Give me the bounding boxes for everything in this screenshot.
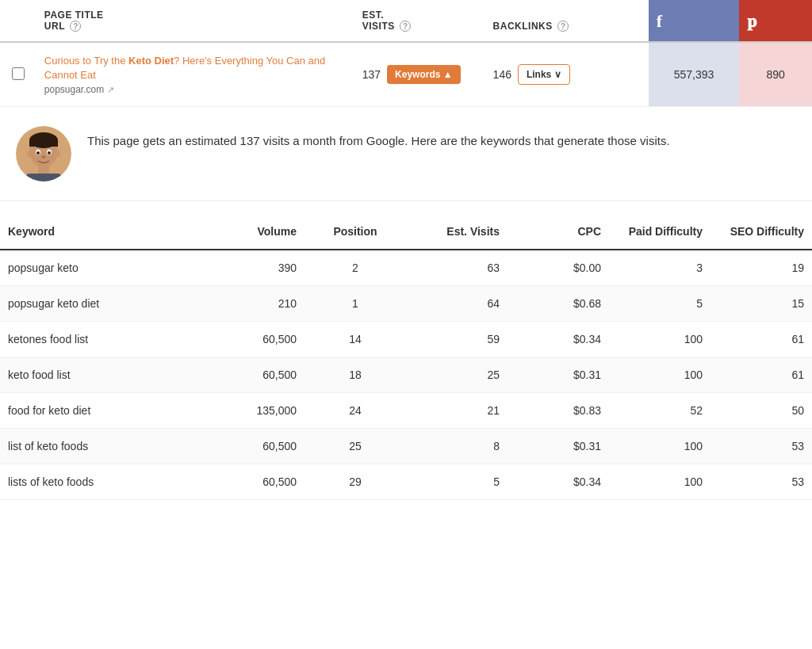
paid-difficulty-col-header: Paid Difficulty	[609, 217, 710, 250]
keyword-col-header: Keyword	[0, 217, 203, 250]
svg-point-6	[36, 151, 40, 155]
pinterest-icon: 𝐩	[747, 11, 756, 31]
keyword-row: popsugar keto diet210164$0.68515	[0, 286, 812, 322]
seo-difficulty-cell: 15	[710, 286, 812, 322]
est-visits-cell: 8	[406, 429, 508, 464]
position-col-header: Position	[304, 217, 406, 250]
position-cell: 29	[304, 464, 406, 500]
cpc-cell: $0.83	[508, 393, 609, 429]
visits-cell: 137 Keywords ▲	[354, 42, 485, 107]
position-cell: 1	[304, 286, 406, 322]
seo-difficulty-cell: 53	[710, 464, 812, 500]
page-title-link[interactable]: Curious to Try the Keto Diet? Here's Eve…	[44, 55, 325, 81]
seo-difficulty-cell: 61	[710, 357, 812, 393]
visits-help-icon[interactable]: ?	[400, 21, 411, 32]
cpc-cell: $0.31	[508, 357, 609, 393]
volume-cell: 60,500	[203, 429, 304, 464]
svg-rect-12	[25, 174, 62, 181]
volume-col-header: Volume	[203, 217, 304, 250]
page-title-header: PAGE TITLE URL ?	[36, 0, 354, 42]
table-header-row: PAGE TITLE URL ? EST. VISITS ? BACKLINKS…	[0, 0, 812, 42]
cpc-cell: $0.00	[508, 250, 609, 286]
cpc-col-header: CPC	[508, 217, 609, 250]
visits-group: 137 Keywords ▲	[362, 65, 477, 84]
facebook-count: 557,393	[674, 68, 714, 81]
backlinks-help-icon[interactable]: ?	[557, 21, 569, 32]
title-bold-text: Keto Diet	[128, 55, 174, 67]
volume-cell: 60,500	[203, 357, 304, 393]
page-table: PAGE TITLE URL ? EST. VISITS ? BACKLINKS…	[0, 0, 812, 107]
page-title-help-icon[interactable]: ?	[70, 21, 81, 32]
est-visits-cell: 59	[406, 322, 508, 357]
page-title-cell: Curious to Try the Keto Diet? Here's Eve…	[36, 42, 354, 107]
info-description: This page gets an estimated 137 visits a…	[87, 134, 670, 147]
facebook-icon: f	[657, 11, 662, 31]
est-visits-cell: 63	[406, 250, 508, 286]
pinterest-header: 𝐩	[739, 0, 812, 42]
row-checkbox[interactable]	[12, 67, 25, 80]
paid-difficulty-cell: 100	[609, 464, 710, 500]
seo-difficulty-cell: 61	[710, 322, 812, 357]
paid-difficulty-cell: 3	[609, 250, 710, 286]
info-text: This page gets an estimated 137 visits a…	[87, 126, 670, 151]
keyword-cell: lists of keto foods	[0, 464, 203, 500]
backlinks-label: BACKLINKS	[493, 21, 553, 32]
est-visits-col-header: Est. Visits	[406, 217, 508, 250]
keyword-row: lists of keto foods60,500295$0.3410053	[0, 464, 812, 500]
paid-difficulty-cell: 100	[609, 429, 710, 464]
links-button[interactable]: Links ∨	[518, 64, 570, 85]
position-cell: 2	[304, 250, 406, 286]
est-visits-cell: 5	[406, 464, 508, 500]
external-link-icon[interactable]: ↗	[107, 85, 114, 95]
keyword-cell: popsugar keto diet	[0, 286, 203, 322]
keyword-cell: popsugar keto	[0, 250, 203, 286]
svg-point-8	[42, 156, 46, 158]
url-label: URL	[44, 21, 65, 32]
paid-difficulty-cell: 5	[609, 286, 710, 322]
checkbox-header	[0, 0, 36, 42]
est-visits-cell: 25	[406, 357, 508, 393]
page-domain: popsugar.com ↗	[44, 84, 347, 95]
backlinks-group: 146 Links ∨	[493, 64, 641, 85]
keyword-row: ketones food list60,5001459$0.3410061	[0, 322, 812, 357]
svg-point-10	[56, 151, 60, 157]
keywords-header-row: Keyword Volume Position Est. Visits CPC …	[0, 217, 812, 250]
volume-cell: 390	[203, 250, 304, 286]
backlinks-count: 146	[493, 68, 511, 81]
seo-difficulty-cell: 53	[710, 429, 812, 464]
position-cell: 18	[304, 357, 406, 393]
svg-rect-3	[29, 140, 58, 147]
position-cell: 24	[304, 393, 406, 429]
backlinks-cell: 146 Links ∨	[485, 42, 649, 107]
volume-cell: 135,000	[203, 393, 304, 429]
cpc-cell: $0.34	[508, 322, 609, 357]
keyword-row: keto food list60,5001825$0.3110061	[0, 357, 812, 393]
domain-text: popsugar.com	[44, 84, 104, 95]
seo-difficulty-col-header: SEO Difficulty	[710, 217, 812, 250]
keywords-button[interactable]: Keywords ▲	[387, 65, 461, 84]
keyword-cell: ketones food list	[0, 322, 203, 357]
position-cell: 25	[304, 429, 406, 464]
row-checkbox-cell	[0, 42, 36, 107]
keyword-cell: food for keto diet	[0, 393, 203, 429]
svg-point-9	[27, 151, 32, 157]
pinterest-count-cell: 890	[739, 42, 812, 107]
cpc-cell: $0.34	[508, 464, 609, 500]
facebook-count-cell: 557,393	[649, 42, 740, 107]
title-text-part1: Curious to Try the	[44, 55, 128, 67]
avatar-svg	[16, 126, 71, 181]
page-data-row: Curious to Try the Keto Diet? Here's Eve…	[0, 42, 812, 107]
info-box: This page gets an estimated 137 visits a…	[0, 107, 812, 201]
paid-difficulty-cell: 52	[609, 393, 710, 429]
volume-cell: 210	[203, 286, 304, 322]
est-visits-cell: 64	[406, 286, 508, 322]
visits-count: 137	[362, 68, 381, 81]
pinterest-count: 890	[766, 68, 784, 81]
facebook-header: f	[649, 0, 740, 42]
keyword-row: food for keto diet135,0002421$0.835250	[0, 393, 812, 429]
est-visits-cell: 21	[406, 393, 508, 429]
volume-cell: 60,500	[203, 322, 304, 357]
seo-difficulty-cell: 19	[710, 250, 812, 286]
keywords-section: Keyword Volume Position Est. Visits CPC …	[0, 201, 812, 516]
svg-point-7	[48, 151, 51, 155]
